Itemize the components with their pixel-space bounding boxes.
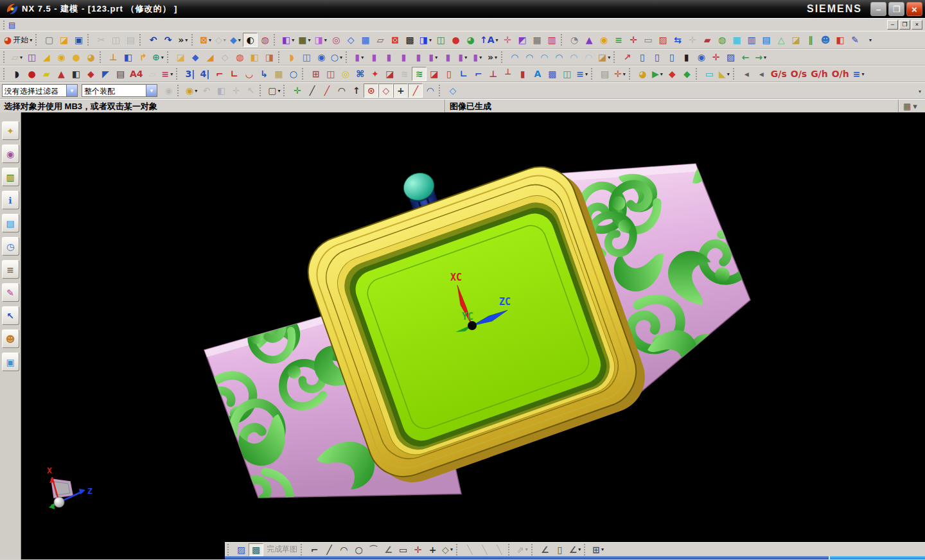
board-button[interactable]: ▨ — [656, 33, 671, 47]
l3-button[interactable]: ⊥ — [486, 67, 500, 81]
gauss-section-button[interactable]: G/s — [769, 67, 789, 81]
snap-midpoint-button[interactable]: ╱ — [319, 83, 334, 98]
finish-sketch-button[interactable]: 完成草图 — [263, 543, 299, 556]
close-button[interactable]: × — [906, 2, 922, 16]
grab-button[interactable]: ↖ — [243, 83, 258, 98]
boss-button[interactable]: ● — [69, 50, 84, 64]
prism-button[interactable]: ◫ — [299, 50, 314, 64]
palette-tab[interactable]: ≡ — [2, 260, 19, 279]
menu-file[interactable] — [18, 24, 27, 26]
gauss-highlight-button[interactable]: G/h — [809, 67, 830, 81]
mold-tool-9[interactable]: ▮ ▾ — [470, 50, 485, 64]
eye-button[interactable]: ◉ — [694, 50, 709, 64]
circle-button[interactable]: ○ — [351, 543, 366, 556]
gradient-table-button[interactable]: ▦ — [730, 33, 744, 47]
pocket-button[interactable]: ⊕ ▾ — [150, 50, 166, 64]
status-bar-tools[interactable]: ▦ ▾ — [899, 100, 925, 112]
menu-grip[interactable] — [3, 21, 6, 30]
paste-button[interactable]: ▤ — [123, 33, 138, 47]
measure-arrow-button[interactable]: ↑A ▾ — [478, 33, 500, 47]
green-diamond-button[interactable]: ◆ — [680, 67, 694, 81]
orange-undo-button[interactable]: ↶ — [199, 83, 214, 98]
arc-button[interactable]: ◠ — [337, 543, 351, 556]
shell-button[interactable]: ◍ — [233, 50, 247, 64]
assembly-button[interactable]: ◩ — [515, 33, 530, 47]
internet-explorer-tab[interactable]: ℹ — [2, 191, 19, 209]
mold-overflow[interactable]: » ▾ — [485, 50, 500, 64]
fan-list-button[interactable]: ≡ — [612, 33, 626, 47]
menu-window[interactable] — [108, 24, 117, 26]
snap-on-face-button[interactable]: ◠ — [423, 83, 437, 98]
mirror-display-button[interactable]: ◉ — [161, 83, 176, 98]
checker-button[interactable]: ▩ — [545, 67, 559, 81]
menu-yingchuang[interactable] — [126, 24, 135, 26]
tree-button[interactable]: ↳ — [256, 67, 271, 81]
target-locator-button[interactable]: ✛ — [229, 83, 243, 98]
calculator-button[interactable]: ▦ — [530, 33, 545, 47]
menu-tools[interactable] — [63, 24, 72, 26]
mold-tool-7[interactable]: ▮ — [441, 50, 455, 64]
surface-1-button[interactable]: ◠ — [507, 50, 522, 64]
cylinder-button[interactable]: ◫ — [559, 67, 574, 81]
model-canvas[interactable]: XC ZC YC X Z — [21, 112, 924, 559]
undo-button[interactable]: ↶ — [146, 33, 161, 47]
mold-tool-5[interactable]: ▮ — [411, 50, 426, 64]
drafting-button[interactable]: ▱ — [373, 33, 388, 47]
part-navigator-tab[interactable]: ▥ — [2, 168, 19, 186]
sync-arrows-button[interactable]: ⇆ — [671, 33, 685, 47]
wcs-rotate-button[interactable]: ✛ ▾ — [612, 67, 628, 81]
unite-button[interactable]: ◧ — [247, 50, 262, 64]
selection-scope-combo[interactable]: 整个装配 ▼ — [82, 84, 157, 97]
snap-existing-point-button[interactable]: + — [393, 83, 408, 98]
snap-control-button[interactable]: ◠ — [334, 83, 349, 98]
l4-button[interactable]: ┴ — [500, 67, 515, 81]
standard-overflow[interactable]: » ▾ — [175, 33, 190, 47]
face-analysis-1-button[interactable]: ◂ — [739, 67, 754, 81]
highlighter-button[interactable]: ▰ — [39, 67, 54, 81]
dimension-button[interactable]: ▯ — [552, 543, 567, 556]
menu-edit[interactable] — [27, 24, 36, 26]
scoop-button[interactable]: ◡ — [242, 67, 256, 81]
menu-preferences[interactable] — [99, 24, 108, 26]
swirl-button[interactable]: ◕ — [463, 33, 478, 47]
profile-button[interactable]: ⌐ — [307, 543, 322, 556]
menu-analysis[interactable] — [90, 24, 99, 26]
rectangle-button[interactable]: ▭ — [396, 543, 410, 556]
menu-gc-toolbox[interactable] — [117, 24, 126, 26]
hat-button[interactable]: ◗ — [10, 67, 24, 81]
snap-on-curve-button[interactable]: ╱ — [408, 83, 423, 98]
wcs-button[interactable]: ✛ — [626, 33, 641, 47]
select-rect-button[interactable]: ▢ ▾ — [266, 83, 282, 98]
bend-button[interactable]: ↱ — [136, 50, 150, 64]
face-analysis-2-button[interactable]: ◂ — [754, 67, 769, 81]
sketch-style-button[interactable]: ▩ — [249, 543, 263, 556]
bucket-button[interactable]: ◍ — [715, 33, 730, 47]
quick-extend-button[interactable]: ╲ — [477, 543, 492, 556]
measure-angle-button[interactable]: ◣ ▾ — [717, 67, 732, 81]
figure-button[interactable]: ▲ — [54, 67, 69, 81]
block-button[interactable]: ◧ — [121, 50, 136, 64]
new-button[interactable]: ▢ — [42, 33, 57, 47]
menu-help[interactable] — [135, 24, 144, 26]
pyramid-button[interactable]: △ — [774, 33, 789, 47]
disp-name-button[interactable]: ▯ — [635, 50, 649, 64]
row1-overflow[interactable]: ▾ — [863, 33, 877, 47]
copy-button[interactable]: ◫ — [109, 33, 123, 47]
tools-button[interactable]: ✛ — [685, 33, 700, 47]
offset-highlight-button[interactable]: O/h — [830, 67, 851, 81]
surface-6-button[interactable]: ◠ — [581, 50, 596, 64]
target-button[interactable]: ✛ — [500, 33, 515, 47]
mold-tool-1[interactable]: ▮ ▾ — [352, 50, 367, 64]
move-object-button[interactable]: ◧ ▾ — [280, 33, 296, 47]
del-name-button[interactable]: ▯ — [664, 50, 679, 64]
lamp-button[interactable]: ▲ — [582, 33, 597, 47]
palette-clock-button[interactable]: ◕ — [635, 67, 650, 81]
wireframe-style-button[interactable]: ◇ ▾ — [213, 33, 228, 47]
mold-tool-4[interactable]: ▮ — [396, 50, 411, 64]
close-pattern-button[interactable]: ⊠ — [388, 33, 403, 47]
snap-endpoint-button[interactable]: ╱ — [304, 83, 319, 98]
revolve-button[interactable]: ◉ — [54, 50, 69, 64]
mold-tool-6[interactable]: ▮ ▾ — [426, 50, 441, 64]
lines-button[interactable]: ≡ ▾ — [574, 67, 590, 81]
assembly-navigator-tab[interactable]: ✦ — [2, 121, 19, 140]
